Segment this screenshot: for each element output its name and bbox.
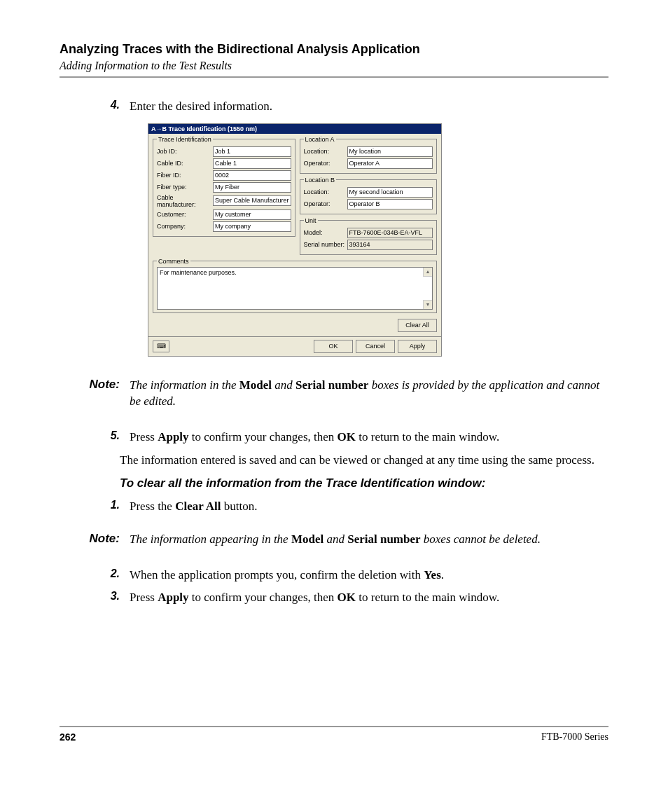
- loc-b-label: Location:: [304, 188, 347, 195]
- page-number: 262: [60, 731, 76, 743]
- step-5-number: 5.: [111, 429, 120, 441]
- loc-a-label: Location:: [304, 148, 347, 155]
- fiber-id-label: Fiber ID:: [157, 172, 213, 179]
- unit-group: Unit Model:FTB-7600E-034B-EA-VFL Serial …: [300, 217, 437, 255]
- clear-step-3-text: Press Apply to confirm your changes, the…: [130, 590, 608, 606]
- trace-id-dialog: A→B Trace Identification (1550 nm) Trace…: [148, 123, 442, 357]
- clear-all-button[interactable]: Clear All: [398, 319, 437, 332]
- comments-input[interactable]: For maintenance purposes. ▲ ▼: [157, 267, 433, 310]
- clear-step-3-number: 3.: [111, 590, 120, 602]
- cable-id-label: Cable ID:: [157, 160, 213, 167]
- model-label: Model:: [304, 229, 347, 236]
- job-id-input[interactable]: Job 1: [213, 146, 291, 157]
- location-b-group: Location B Location:My second location O…: [300, 177, 437, 214]
- sn-label: Serial number:: [304, 241, 347, 248]
- clear-step-2-number: 2.: [111, 567, 120, 579]
- fiber-id-input[interactable]: 0002: [213, 170, 291, 181]
- fiber-type-input[interactable]: My Fiber: [213, 182, 291, 193]
- series-label: FTB-7000 Series: [541, 731, 608, 743]
- op-a-input[interactable]: Operator A: [347, 158, 433, 169]
- sn-input: 393164: [347, 240, 433, 250]
- customer-label: Customer:: [157, 211, 213, 218]
- loc-a-input[interactable]: My location: [347, 146, 433, 157]
- clear-subhead: To clear all the information from the Tr…: [120, 476, 608, 492]
- location-a-group: Location A Location:My location Operator…: [300, 136, 437, 174]
- op-a-label: Operator:: [304, 160, 347, 167]
- cable-id-input[interactable]: Cable 1: [213, 158, 291, 169]
- company-input[interactable]: My company: [213, 221, 291, 232]
- scroll-up-icon[interactable]: ▲: [423, 268, 432, 277]
- trace-identification-group: Trace Identification Job ID:Job 1 Cable …: [153, 136, 295, 237]
- chapter-title: Analyzing Traces with the Bidirectional …: [60, 42, 608, 57]
- comments-group: Comments For maintenance purposes. ▲ ▼: [153, 258, 437, 313]
- company-label: Company:: [157, 223, 213, 230]
- scroll-down-icon[interactable]: ▼: [423, 300, 432, 309]
- model-input: FTB-7600E-034B-EA-VFL: [347, 228, 433, 238]
- op-b-input[interactable]: Operator B: [347, 199, 433, 209]
- location-b-legend: Location B: [304, 177, 337, 184]
- step-5-text: Press Apply to confirm your changes, the…: [130, 429, 608, 446]
- note-1-label: Note:: [90, 378, 120, 391]
- cable-mfr-input[interactable]: Super Cable Manufacturer: [213, 195, 291, 206]
- trace-id-legend: Trace Identification: [157, 136, 213, 143]
- job-id-label: Job ID:: [157, 148, 213, 155]
- note-2-text: The information appearing in the Model a…: [130, 532, 608, 548]
- keyboard-icon[interactable]: ⌨: [153, 340, 169, 352]
- cable-mfr-label: Cable manufacturer:: [157, 194, 213, 208]
- unit-legend: Unit: [304, 217, 318, 224]
- header-rule: [60, 76, 608, 78]
- ok-button[interactable]: OK: [314, 340, 353, 353]
- note-1-text: The information in the Model and Serial …: [130, 378, 608, 410]
- comments-text: For maintenance purposes.: [160, 269, 237, 276]
- cancel-button[interactable]: Cancel: [356, 340, 395, 353]
- page-footer: 262 FTB-7000 Series: [60, 726, 608, 743]
- customer-input[interactable]: My customer: [213, 209, 291, 220]
- location-a-legend: Location A: [304, 136, 336, 143]
- op-b-label: Operator:: [304, 200, 347, 207]
- step-4-number: 4.: [111, 99, 120, 111]
- clear-step-1-number: 1.: [111, 499, 120, 511]
- apply-button[interactable]: Apply: [398, 340, 437, 353]
- fiber-type-label: Fiber type:: [157, 184, 213, 191]
- dialog-title: A→B Trace Identification (1550 nm): [148, 124, 441, 134]
- clear-step-2-text: When the application prompts you, confir…: [130, 567, 608, 584]
- loc-b-input[interactable]: My second location: [347, 187, 433, 198]
- step-4-text: Enter the desired information.: [130, 99, 608, 115]
- clear-step-1-text: Press the Clear All button.: [130, 499, 608, 515]
- saved-paragraph: The information entered is saved and can…: [120, 453, 608, 469]
- note-2-label: Note:: [90, 532, 120, 545]
- comments-legend: Comments: [157, 258, 190, 265]
- chapter-subtitle: Adding Information to the Test Results: [60, 60, 608, 72]
